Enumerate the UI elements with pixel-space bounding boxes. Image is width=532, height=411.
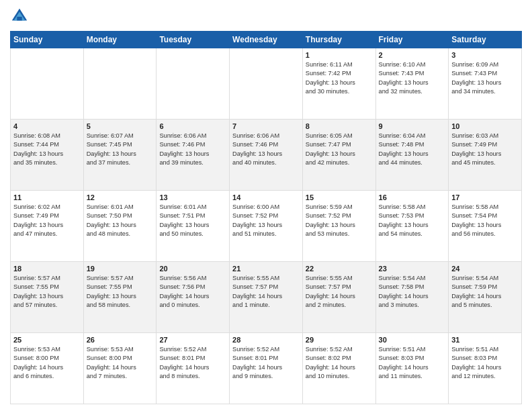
day-info: Sunrise: 6:04 AM Sunset: 7:48 PM Dayligh… [379, 132, 446, 167]
calendar-cell: 12Sunrise: 6:01 AM Sunset: 7:50 PM Dayli… [83, 191, 157, 262]
day-number: 6 [159, 122, 226, 130]
day-number: 11 [13, 193, 81, 201]
day-info: Sunrise: 6:03 AM Sunset: 7:49 PM Dayligh… [451, 132, 519, 167]
calendar-cell: 6Sunrise: 6:06 AM Sunset: 7:46 PM Daylig… [157, 120, 230, 191]
week-row-2: 4Sunrise: 6:08 AM Sunset: 7:44 PM Daylig… [11, 120, 522, 191]
calendar-cell: 31Sunrise: 5:51 AM Sunset: 8:03 PM Dayli… [449, 333, 522, 404]
page: SundayMondayTuesdayWednesdayThursdayFrid… [0, 0, 532, 411]
day-info: Sunrise: 5:52 AM Sunset: 8:01 PM Dayligh… [159, 345, 226, 381]
calendar-cell: 1Sunrise: 6:11 AM Sunset: 7:42 PM Daylig… [302, 48, 375, 120]
weekday-header-thursday: Thursday [302, 32, 375, 48]
weekday-header-row: SundayMondayTuesdayWednesdayThursdayFrid… [11, 32, 522, 48]
week-row-3: 11Sunrise: 6:02 AM Sunset: 7:49 PM Dayli… [11, 191, 522, 262]
calendar-cell [83, 48, 157, 120]
day-info: Sunrise: 5:51 AM Sunset: 8:03 PM Dayligh… [451, 345, 519, 381]
day-number: 17 [451, 193, 519, 201]
calendar-cell: 18Sunrise: 5:57 AM Sunset: 7:55 PM Dayli… [11, 262, 84, 333]
day-info: Sunrise: 6:00 AM Sunset: 7:52 PM Dayligh… [232, 203, 300, 238]
calendar-table: SundayMondayTuesdayWednesdayThursdayFrid… [10, 31, 522, 404]
day-info: Sunrise: 5:53 AM Sunset: 8:00 PM Dayligh… [13, 345, 81, 381]
day-number: 4 [13, 122, 81, 130]
day-info: Sunrise: 5:53 AM Sunset: 8:00 PM Dayligh… [87, 345, 154, 381]
calendar-cell: 3Sunrise: 6:09 AM Sunset: 7:43 PM Daylig… [449, 48, 522, 120]
day-number: 31 [451, 336, 519, 344]
day-number: 22 [306, 265, 373, 273]
calendar-cell: 27Sunrise: 5:52 AM Sunset: 8:01 PM Dayli… [157, 333, 230, 404]
day-number: 3 [451, 51, 519, 59]
day-number: 7 [232, 122, 300, 130]
calendar-cell: 13Sunrise: 6:01 AM Sunset: 7:51 PM Dayli… [157, 191, 230, 262]
day-number: 25 [13, 336, 81, 344]
day-info: Sunrise: 6:06 AM Sunset: 7:46 PM Dayligh… [159, 132, 226, 167]
day-number: 2 [379, 51, 446, 59]
calendar-cell: 17Sunrise: 5:58 AM Sunset: 7:54 PM Dayli… [449, 191, 522, 262]
calendar-cell: 25Sunrise: 5:53 AM Sunset: 8:00 PM Dayli… [11, 333, 84, 404]
day-number: 13 [159, 193, 226, 201]
day-number: 19 [87, 265, 154, 273]
header [10, 7, 522, 26]
day-info: Sunrise: 5:55 AM Sunset: 7:57 PM Dayligh… [306, 274, 373, 310]
day-info: Sunrise: 5:58 AM Sunset: 7:54 PM Dayligh… [451, 203, 519, 238]
calendar-cell: 15Sunrise: 5:59 AM Sunset: 7:52 PM Dayli… [302, 191, 375, 262]
week-row-4: 18Sunrise: 5:57 AM Sunset: 7:55 PM Dayli… [11, 262, 522, 333]
calendar-cell: 30Sunrise: 5:51 AM Sunset: 8:03 PM Dayli… [375, 333, 449, 404]
day-number: 29 [306, 336, 373, 344]
day-number: 14 [232, 193, 300, 201]
day-number: 21 [232, 265, 300, 273]
day-number: 28 [232, 336, 300, 344]
calendar-cell: 26Sunrise: 5:53 AM Sunset: 8:00 PM Dayli… [83, 333, 157, 404]
day-number: 23 [379, 265, 446, 273]
calendar-cell: 20Sunrise: 5:56 AM Sunset: 7:56 PM Dayli… [157, 262, 230, 333]
day-info: Sunrise: 6:02 AM Sunset: 7:49 PM Dayligh… [13, 203, 81, 238]
weekday-header-saturday: Saturday [449, 32, 522, 48]
calendar-cell: 23Sunrise: 5:54 AM Sunset: 7:58 PM Dayli… [375, 262, 449, 333]
calendar-cell [230, 48, 303, 120]
calendar-cell: 22Sunrise: 5:55 AM Sunset: 7:57 PM Dayli… [302, 262, 375, 333]
day-number: 16 [379, 193, 446, 201]
calendar-cell: 2Sunrise: 6:10 AM Sunset: 7:43 PM Daylig… [375, 48, 449, 120]
day-info: Sunrise: 6:06 AM Sunset: 7:46 PM Dayligh… [232, 132, 300, 167]
logo-icon [10, 7, 29, 26]
calendar-cell: 10Sunrise: 6:03 AM Sunset: 7:49 PM Dayli… [449, 120, 522, 191]
day-info: Sunrise: 5:59 AM Sunset: 7:52 PM Dayligh… [306, 203, 373, 238]
weekday-header-monday: Monday [83, 32, 157, 48]
day-info: Sunrise: 5:54 AM Sunset: 7:59 PM Dayligh… [451, 274, 519, 310]
day-info: Sunrise: 6:10 AM Sunset: 7:43 PM Dayligh… [379, 60, 446, 96]
weekday-header-tuesday: Tuesday [157, 32, 230, 48]
day-info: Sunrise: 6:01 AM Sunset: 7:51 PM Dayligh… [159, 203, 226, 238]
calendar-cell: 7Sunrise: 6:06 AM Sunset: 7:46 PM Daylig… [230, 120, 303, 191]
calendar-cell: 11Sunrise: 6:02 AM Sunset: 7:49 PM Dayli… [11, 191, 84, 262]
calendar-cell: 8Sunrise: 6:05 AM Sunset: 7:47 PM Daylig… [302, 120, 375, 191]
day-number: 9 [379, 122, 446, 130]
calendar-cell [11, 48, 84, 120]
day-info: Sunrise: 5:52 AM Sunset: 8:01 PM Dayligh… [232, 345, 300, 381]
day-info: Sunrise: 5:57 AM Sunset: 7:55 PM Dayligh… [13, 274, 81, 310]
day-info: Sunrise: 5:52 AM Sunset: 8:02 PM Dayligh… [306, 345, 373, 381]
week-row-1: 1Sunrise: 6:11 AM Sunset: 7:42 PM Daylig… [11, 48, 522, 120]
day-number: 15 [306, 193, 373, 201]
day-info: Sunrise: 6:08 AM Sunset: 7:44 PM Dayligh… [13, 132, 81, 167]
calendar-cell: 29Sunrise: 5:52 AM Sunset: 8:02 PM Dayli… [302, 333, 375, 404]
week-row-5: 25Sunrise: 5:53 AM Sunset: 8:00 PM Dayli… [11, 333, 522, 404]
day-info: Sunrise: 5:51 AM Sunset: 8:03 PM Dayligh… [379, 345, 446, 381]
day-number: 30 [379, 336, 446, 344]
weekday-header-wednesday: Wednesday [230, 32, 303, 48]
calendar-cell: 24Sunrise: 5:54 AM Sunset: 7:59 PM Dayli… [449, 262, 522, 333]
calendar-cell: 9Sunrise: 6:04 AM Sunset: 7:48 PM Daylig… [375, 120, 449, 191]
calendar-cell: 21Sunrise: 5:55 AM Sunset: 7:57 PM Dayli… [230, 262, 303, 333]
day-number: 1 [306, 51, 373, 59]
svg-rect-2 [17, 17, 21, 21]
calendar-cell: 16Sunrise: 5:58 AM Sunset: 7:53 PM Dayli… [375, 191, 449, 262]
day-number: 27 [159, 336, 226, 344]
calendar-cell: 19Sunrise: 5:57 AM Sunset: 7:55 PM Dayli… [83, 262, 157, 333]
day-info: Sunrise: 5:58 AM Sunset: 7:53 PM Dayligh… [379, 203, 446, 238]
day-number: 20 [159, 265, 226, 273]
weekday-header-sunday: Sunday [11, 32, 84, 48]
calendar-cell: 28Sunrise: 5:52 AM Sunset: 8:01 PM Dayli… [230, 333, 303, 404]
day-info: Sunrise: 6:01 AM Sunset: 7:50 PM Dayligh… [87, 203, 154, 238]
calendar-cell: 14Sunrise: 6:00 AM Sunset: 7:52 PM Dayli… [230, 191, 303, 262]
day-info: Sunrise: 5:55 AM Sunset: 7:57 PM Dayligh… [232, 274, 300, 310]
calendar-cell: 5Sunrise: 6:07 AM Sunset: 7:45 PM Daylig… [83, 120, 157, 191]
day-number: 24 [451, 265, 519, 273]
day-number: 8 [306, 122, 373, 130]
